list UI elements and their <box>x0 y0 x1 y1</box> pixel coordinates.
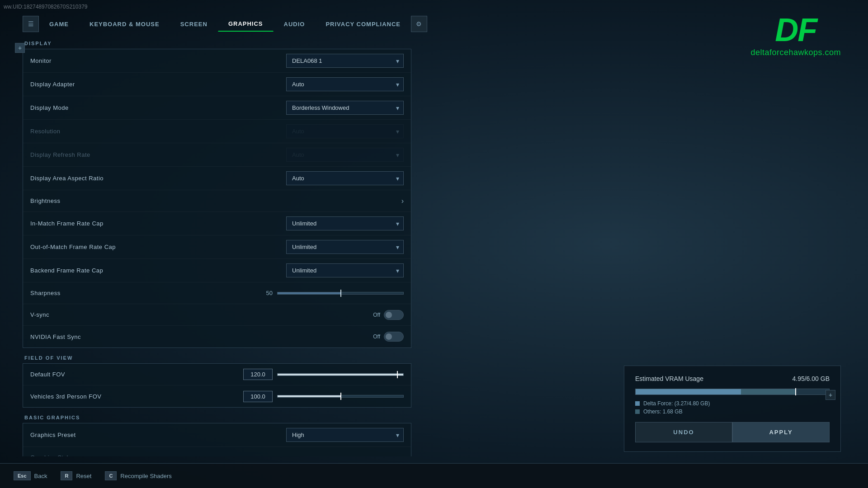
brightness-control[interactable]: › <box>401 197 404 205</box>
default-fov-slider[interactable] <box>277 373 404 376</box>
default-fov-input[interactable] <box>243 369 273 380</box>
monitor-dropdown-wrapper[interactable]: DELA068 1 <box>286 54 404 68</box>
brightness-row: Brightness › <box>23 190 411 212</box>
vehicle-fov-label: Vehicles 3rd Person FOV <box>30 393 243 400</box>
vram-panel: Estimated VRAM Usage 4.95/6.00 GB Delta … <box>624 366 841 452</box>
vsync-state: Off <box>373 312 380 318</box>
vehicle-fov-control <box>243 391 404 402</box>
fast-sync-toggle[interactable] <box>384 332 404 342</box>
vram-bar-marker <box>795 388 796 395</box>
vehicle-fov-input[interactable] <box>243 391 273 402</box>
resolution-dropdown: Auto <box>286 124 404 138</box>
aspect-ratio-control: Auto <box>286 171 404 185</box>
vram-bar-delta <box>636 389 741 394</box>
monitor-label: Monitor <box>30 57 286 64</box>
refresh-rate-row: Display Refresh Rate Auto <box>23 143 411 167</box>
sharpness-row: Sharpness 50 <box>23 282 411 304</box>
refresh-rate-dropdown: Auto <box>286 148 404 162</box>
display-mode-row: Display Mode Borderless Windowed Fullscr… <box>23 96 411 120</box>
recompile-label: Recompile Shaders <box>120 473 171 479</box>
monitor-dropdown[interactable]: DELA068 1 <box>286 54 404 68</box>
display-adapter-label: Display Adapter <box>30 81 286 88</box>
display-adapter-dropdown-wrapper[interactable]: Auto <box>286 77 404 91</box>
in-match-fps-dropdown[interactable]: Unlimited 30 60 120 <box>286 216 404 230</box>
tab-audio[interactable]: AUDIO <box>274 17 316 32</box>
backend-fps-dropdown-wrapper[interactable]: Unlimited 30 60 120 <box>286 263 404 277</box>
back-label: Back <box>34 473 47 479</box>
vsync-row: V-sync Off <box>23 304 411 326</box>
brightness-arrow-icon[interactable]: › <box>401 197 404 205</box>
tab-keyboard-mouse[interactable]: KEYBOARD & MOUSE <box>79 17 170 32</box>
nav-bar: ☰ GAME KEYBOARD & MOUSE SCREEN GRAPHICS … <box>23 16 427 32</box>
fov-settings-panel: Default FOV Vehicles 3rd Person FOV <box>23 363 411 408</box>
sharpness-slider[interactable] <box>277 292 404 295</box>
logo-url: deltaforcehawkops.com <box>750 48 841 57</box>
vehicle-fov-row: Vehicles 3rd Person FOV <box>23 385 411 407</box>
graphics-preset-control: Low Medium High Ultra Custom <box>286 428 404 442</box>
display-mode-dropdown[interactable]: Borderless Windowed Fullscreen Windowed <box>286 101 404 115</box>
resolution-label: Resolution <box>30 128 286 135</box>
watermark: ww.UID:18274897082670S210379 <box>4 4 87 10</box>
graphics-preset-dropdown[interactable]: Low Medium High Ultra Custom <box>286 428 404 442</box>
tab-graphics[interactable]: GRAPHICS <box>218 16 274 32</box>
back-key: Esc <box>14 471 31 480</box>
tab-screen[interactable]: SCREEN <box>170 17 218 32</box>
out-match-fps-control: Unlimited 30 60 120 <box>286 240 404 254</box>
undo-button[interactable]: UNDO <box>635 422 732 442</box>
vram-value: 4.95/6.00 GB <box>792 375 830 382</box>
nav-left-icon[interactable]: ☰ <box>23 16 39 32</box>
default-fov-control <box>243 369 404 380</box>
reset-button[interactable]: R Reset <box>61 471 91 480</box>
add-left-button[interactable]: + <box>15 43 25 53</box>
out-match-fps-row: Out-of-Match Frame Rate Cap Unlimited 30… <box>23 235 411 259</box>
bottom-bar: Esc Back R Reset C Recompile Shaders <box>0 463 868 488</box>
add-vram-button[interactable]: + <box>826 390 835 400</box>
display-adapter-dropdown[interactable]: Auto <box>286 77 404 91</box>
graphics-preset-row: Graphics Preset Low Medium High Ultra Cu… <box>23 423 411 447</box>
out-match-fps-dropdown[interactable]: Unlimited 30 60 120 <box>286 240 404 254</box>
fast-sync-state: Off <box>373 333 380 340</box>
display-mode-label: Display Mode <box>30 104 286 111</box>
display-section-label: DISPLAY <box>23 41 411 46</box>
aspect-ratio-dropdown-wrapper[interactable]: Auto <box>286 171 404 185</box>
graphics-preset-label: Graphics Preset <box>30 432 286 438</box>
default-fov-handle <box>397 371 398 378</box>
reset-key: R <box>61 471 72 480</box>
in-match-fps-dropdown-wrapper[interactable]: Unlimited 30 60 120 <box>286 216 404 230</box>
out-match-fps-dropdown-wrapper[interactable]: Unlimited 30 60 120 <box>286 240 404 254</box>
recompile-button[interactable]: C Recompile Shaders <box>105 471 171 480</box>
sharpness-label: Sharpness <box>30 290 259 296</box>
main-content: DISPLAY Monitor DELA068 1 Display Adapte… <box>23 41 411 456</box>
vsync-toggle[interactable] <box>384 310 404 320</box>
sharpness-fill <box>278 292 340 294</box>
display-adapter-row: Display Adapter Auto <box>23 73 411 96</box>
vram-others-dot <box>635 409 640 414</box>
vram-legend-others: Others: 1.68 GB <box>635 408 830 415</box>
sharpness-value: 50 <box>259 290 273 296</box>
backend-fps-dropdown[interactable]: Unlimited 30 60 120 <box>286 263 404 277</box>
sharpness-handle <box>340 290 341 297</box>
tab-game[interactable]: GAME <box>39 17 79 32</box>
apply-button[interactable]: APPLY <box>732 422 830 442</box>
tab-privacy[interactable]: PRIVACY COMPLIANCE <box>315 17 411 32</box>
graphics-style-label: Graphics Style <box>30 454 404 456</box>
vram-bar <box>635 389 830 395</box>
vram-others-label: Others: 1.68 GB <box>643 408 683 415</box>
vram-header: Estimated VRAM Usage 4.95/6.00 GB <box>635 375 830 382</box>
graphics-preset-dropdown-wrapper[interactable]: Low Medium High Ultra Custom <box>286 428 404 442</box>
default-fov-fill <box>278 374 397 375</box>
graphics-style-row: Graphics Style <box>23 447 411 456</box>
basic-graphics-section: BASIC GRAPHICS Graphics Preset Low Mediu… <box>23 415 411 456</box>
back-button[interactable]: Esc Back <box>14 471 47 480</box>
refresh-rate-control: Auto <box>286 148 404 162</box>
in-match-fps-row: In-Match Frame Rate Cap Unlimited 30 60 … <box>23 212 411 235</box>
fov-section: FIELD OF VIEW Default FOV Vehicles 3rd P… <box>23 355 411 408</box>
logo-letters: DF <box>750 14 841 46</box>
fast-sync-control: Off <box>373 332 404 342</box>
aspect-ratio-label: Display Area Aspect Ratio <box>30 175 286 182</box>
vehicle-fov-slider[interactable] <box>277 395 404 398</box>
display-mode-dropdown-wrapper[interactable]: Borderless Windowed Fullscreen Windowed <box>286 101 404 115</box>
aspect-ratio-dropdown[interactable]: Auto <box>286 171 404 185</box>
nav-right-icon[interactable]: ⚙ <box>411 16 427 32</box>
aspect-ratio-row: Display Area Aspect Ratio Auto <box>23 167 411 190</box>
